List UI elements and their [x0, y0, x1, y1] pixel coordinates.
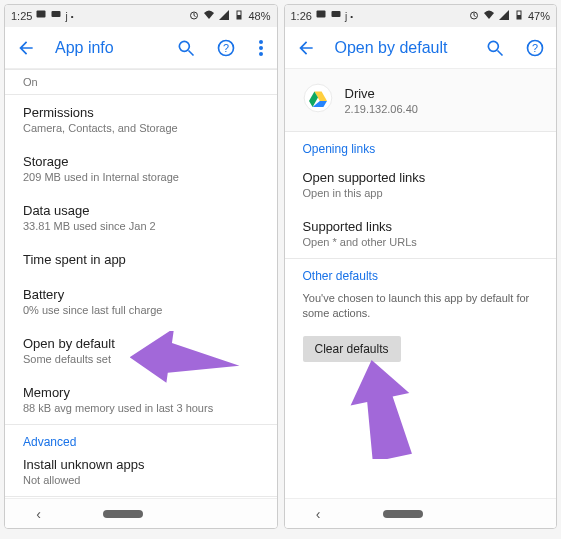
- drive-icon: [303, 83, 333, 117]
- help-icon[interactable]: ?: [215, 37, 237, 59]
- nav-home-pill[interactable]: [103, 510, 143, 518]
- item-label: Open by default: [23, 336, 259, 351]
- nav-back-icon[interactable]: ‹: [36, 506, 41, 522]
- phone-left: 1:25 j • 48%: [4, 4, 278, 529]
- battery-pct: 47%: [528, 10, 550, 22]
- defaults-description: You've chosen to launch this app by defa…: [285, 287, 557, 332]
- nav-back-icon[interactable]: ‹: [316, 506, 321, 522]
- list-item[interactable]: Permissions Camera, Contacts, and Storag…: [5, 95, 277, 144]
- svg-text:?: ?: [222, 42, 228, 54]
- dot-icon: •: [350, 12, 353, 21]
- category-advanced[interactable]: Advanced: [5, 425, 277, 453]
- overflow-icon[interactable]: [255, 37, 267, 59]
- msg-icon: [330, 9, 342, 23]
- svg-line-18: [498, 50, 503, 55]
- category-store[interactable]: Store: [5, 497, 277, 498]
- app-name: Drive: [345, 86, 418, 101]
- j-icon: j: [345, 11, 347, 22]
- content-area: Drive 2.19.132.06.40 Opening links Open …: [285, 69, 557, 498]
- svg-line-6: [188, 50, 193, 55]
- status-time: 1:25: [11, 10, 32, 22]
- list-item[interactable]: Memory 88 kB avg memory used in last 3 h…: [5, 375, 277, 424]
- phone-right: 1:26 j • 47%: [284, 4, 558, 529]
- svg-rect-1: [52, 11, 61, 17]
- item-sub: 0% use since last full charge: [23, 304, 259, 316]
- alarm-icon: [468, 9, 480, 23]
- svg-rect-13: [331, 11, 340, 17]
- svg-text:?: ?: [532, 42, 538, 54]
- status-left: 1:25 j •: [11, 9, 73, 23]
- item-sub: 209 MB used in Internal storage: [23, 171, 259, 183]
- svg-point-10: [259, 46, 263, 50]
- item-label: Memory: [23, 385, 259, 400]
- search-icon[interactable]: [175, 37, 197, 59]
- item-sub: Open * and other URLs: [303, 236, 539, 248]
- item-label: On: [23, 76, 259, 88]
- list-item[interactable]: Battery 0% use since last full charge: [5, 277, 277, 326]
- app-header: Drive 2.19.132.06.40: [285, 69, 557, 131]
- list-item[interactable]: Time spent in app: [5, 242, 277, 277]
- svg-rect-12: [316, 11, 325, 18]
- item-sub: Camera, Contacts, and Storage: [23, 122, 259, 134]
- page-title: App info: [55, 39, 157, 57]
- clear-defaults-button[interactable]: Clear defaults: [303, 336, 401, 362]
- item-label: Supported links: [303, 219, 539, 234]
- battery-pct: 48%: [248, 10, 270, 22]
- svg-point-9: [259, 40, 263, 44]
- item-sub: 33.81 MB used since Jan 2: [23, 220, 259, 232]
- list-item[interactable]: Open supported links Open in this app: [285, 160, 557, 209]
- app-bar: Open by default ?: [285, 27, 557, 69]
- status-bar: 1:26 j • 47%: [285, 5, 557, 27]
- battery-icon: [513, 9, 525, 23]
- list-item[interactable]: Install unknown apps Not allowed: [5, 453, 277, 496]
- category-other-defaults: Other defaults: [285, 259, 557, 287]
- item-sub: 88 kB avg memory used in last 3 hours: [23, 402, 259, 414]
- chat-icon: [35, 9, 47, 23]
- item-sub: Not allowed: [23, 474, 259, 486]
- svg-point-5: [179, 41, 189, 51]
- category-opening-links: Opening links: [285, 132, 557, 160]
- back-button[interactable]: [15, 37, 37, 59]
- annotation-arrow: [347, 359, 417, 459]
- status-right: 48%: [188, 9, 270, 23]
- dot-icon: •: [71, 12, 74, 21]
- item-label: Time spent in app: [23, 252, 259, 267]
- item-label: Battery: [23, 287, 259, 302]
- item-label: Data usage: [23, 203, 259, 218]
- status-left: 1:26 j •: [291, 9, 353, 23]
- app-meta: Drive 2.19.132.06.40: [345, 86, 418, 115]
- search-icon[interactable]: [484, 37, 506, 59]
- svg-point-21: [304, 84, 332, 112]
- status-time: 1:26: [291, 10, 312, 22]
- svg-rect-4: [237, 15, 241, 19]
- status-bar: 1:25 j • 48%: [5, 5, 277, 27]
- item-label: Storage: [23, 154, 259, 169]
- nav-home-pill[interactable]: [383, 510, 423, 518]
- svg-rect-16: [517, 15, 521, 19]
- svg-point-17: [488, 41, 498, 51]
- battery-icon: [233, 9, 245, 23]
- help-icon[interactable]: ?: [524, 37, 546, 59]
- page-title: Open by default: [335, 39, 467, 57]
- item-sub: Open in this app: [303, 187, 539, 199]
- chat-icon: [315, 9, 327, 23]
- list-item-open-by-default[interactable]: Open by default Some defaults set: [5, 326, 277, 375]
- wifi-icon: [203, 9, 215, 23]
- back-button[interactable]: [295, 37, 317, 59]
- j-icon: j: [65, 11, 67, 22]
- nav-bar: ‹: [285, 498, 557, 528]
- item-label: Open supported links: [303, 170, 539, 185]
- item-label: Permissions: [23, 105, 259, 120]
- list-item[interactable]: Supported links Open * and other URLs: [285, 209, 557, 258]
- item-sub: Some defaults set: [23, 353, 259, 365]
- app-version: 2.19.132.06.40: [345, 103, 418, 115]
- wifi-icon: [483, 9, 495, 23]
- signal-icon: [498, 9, 510, 23]
- list-item[interactable]: On: [5, 70, 277, 94]
- list-item[interactable]: Data usage 33.81 MB used since Jan 2: [5, 193, 277, 242]
- app-bar: App info ?: [5, 27, 277, 69]
- status-right: 47%: [468, 9, 550, 23]
- svg-point-11: [259, 52, 263, 56]
- list-item[interactable]: Storage 209 MB used in Internal storage: [5, 144, 277, 193]
- item-label: Install unknown apps: [23, 457, 259, 472]
